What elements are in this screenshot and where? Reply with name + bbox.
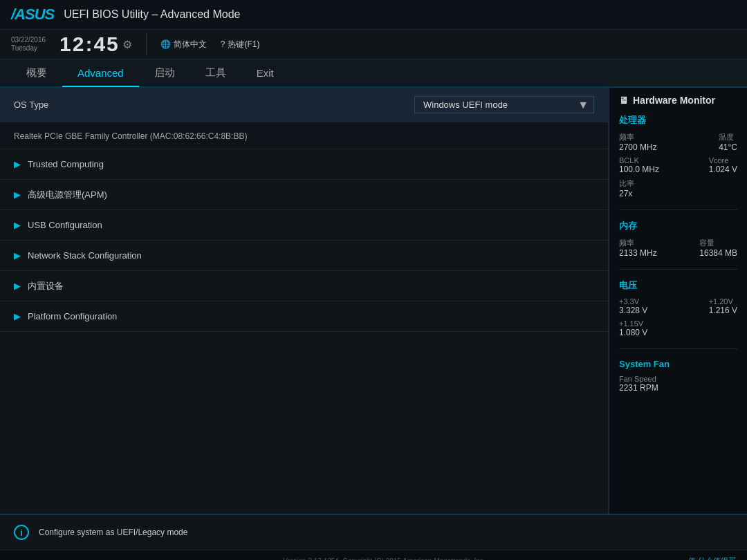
mem-size-value: 16384 MB: [699, 248, 737, 258]
tab-boot[interactable]: 启动: [139, 59, 190, 86]
lang-label: 简体中文: [174, 39, 207, 50]
voltage-section: 电压 +3.3V 3.328 V +1.20V 1.216 V +1.15V 1…: [619, 279, 737, 349]
clock-area: 12:45 ⚙: [59, 32, 132, 56]
fan-row-1: Fan Speed 2231 RPM: [619, 375, 737, 393]
fan-speed-label: Fan Speed: [619, 375, 658, 383]
language-button[interactable]: 🌐 简体中文: [160, 39, 207, 50]
memory-section-title: 内存: [619, 220, 737, 232]
header-title: UEFI BIOS Utility – Advanced Mode: [64, 8, 240, 21]
apm-label: 高级电源管理(APM): [28, 189, 107, 201]
v115-value: 1.080 V: [619, 328, 647, 337]
cpu-freq-value: 2700 MHz: [619, 142, 657, 152]
asus-logo: /ASUS: [11, 6, 54, 24]
cpu-temp-label: 温度: [719, 132, 737, 142]
header: /ASUS UEFI BIOS Utility – Advanced Mode: [0, 0, 747, 30]
v33-label: +3.3V: [619, 297, 647, 306]
expand-arrow-icon: ▶: [14, 189, 21, 200]
tab-overview[interactable]: 概要: [11, 59, 62, 86]
cpu-freq-label: 频率: [619, 132, 657, 142]
usb-config-label: USB Configuration: [28, 220, 102, 230]
gear-icon[interactable]: ⚙: [122, 38, 132, 51]
v33-value: 3.328 V: [619, 306, 647, 315]
ratio-label: 比率: [619, 178, 634, 189]
status-bar: i Configure system as UEFI/Legacy mode: [0, 514, 747, 550]
memory-row-1: 频率 2133 MHz 容量 16384 MB: [619, 238, 737, 258]
expand-arrow-icon: ▶: [14, 159, 21, 169]
expand-arrow-icon: ▶: [14, 250, 21, 261]
os-type-dropdown-wrapper[interactable]: Windows UEFI mode Other OS ▼: [414, 96, 594, 113]
tab-tools[interactable]: 工具: [190, 59, 241, 86]
v12-label: +1.20V: [709, 297, 737, 306]
clock-time: 12:45: [59, 32, 120, 56]
ratio-value: 27x: [619, 189, 634, 198]
usb-config-item[interactable]: ▶ USB Configuration: [0, 210, 608, 241]
separator: [146, 34, 147, 55]
hotkey-label: 热键(F1): [228, 39, 259, 50]
tab-advanced[interactable]: Advanced: [62, 60, 139, 87]
tab-exit[interactable]: Exit: [241, 60, 289, 86]
sidebar-title: 🖥 Hardware Monitor: [619, 95, 737, 106]
main-area: OS Type Windows UEFI mode Other OS ▼ Rea…: [0, 88, 747, 514]
trusted-computing-label: Trusted Computing: [28, 159, 104, 169]
nav-tabs: 概要 Advanced 启动 工具 Exit: [0, 59, 747, 88]
bclk-label: BCLK: [619, 156, 659, 165]
monitor-icon: 🖥: [619, 95, 629, 106]
left-content: OS Type Windows UEFI mode Other OS ▼ Rea…: [0, 88, 609, 514]
os-type-select[interactable]: Windows UEFI mode Other OS: [414, 96, 594, 113]
mac-row: Realtek PCIe GBE Family Controller (MAC:…: [0, 122, 608, 149]
voltage-row-2: +1.15V 1.080 V: [619, 319, 737, 337]
platform-config-label: Platform Configuration: [28, 311, 117, 321]
mac-text: Realtek PCIe GBE Family Controller (MAC:…: [14, 131, 247, 141]
info-icon: i: [14, 525, 29, 540]
globe-icon: 🌐: [160, 39, 171, 49]
mem-size-label: 容量: [699, 238, 737, 248]
platform-config-item[interactable]: ▶ Platform Configuration: [0, 301, 608, 332]
cpu-temp-value: 41°C: [719, 142, 737, 152]
fan-section-title: System Fan: [619, 359, 737, 369]
fan-speed-value: 2231 RPM: [619, 383, 658, 393]
expand-arrow-icon: ▶: [14, 281, 21, 291]
hotkey-bracket-icon: ?: [221, 39, 225, 49]
datetime-bar: 03/22/2016 Tuesday 12:45 ⚙ 🌐 简体中文 ? 热键(F…: [0, 30, 747, 59]
status-text: Configure system as UEFI/Legacy mode: [39, 528, 187, 537]
mem-freq-value: 2133 MHz: [619, 248, 657, 258]
day-label: Tuesday: [11, 44, 46, 53]
cpu-row-3: 比率 27x: [619, 178, 737, 198]
fan-section: System Fan Fan Speed 2231 RPM: [619, 359, 737, 404]
right-sidebar: 🖥 Hardware Monitor 处理器 频率 2700 MHz 温度 41…: [609, 88, 747, 514]
builtin-devices-item[interactable]: ▶ 内置设备: [0, 271, 608, 301]
mem-freq-label: 频率: [619, 238, 657, 248]
footer-version: Version 2.17.1254. Copyright (C) 2015 Am…: [80, 557, 688, 560]
hotkey-button[interactable]: ? 热键(F1): [221, 39, 260, 50]
network-stack-item[interactable]: ▶ Network Stack Configuration: [0, 241, 608, 271]
bclk-value: 100.0 MHz: [619, 165, 659, 174]
cpu-section-title: 处理器: [619, 114, 737, 127]
expand-arrow-icon: ▶: [14, 311, 21, 321]
cpu-row-2: BCLK 100.0 MHz Vcore 1.024 V: [619, 156, 737, 174]
network-stack-label: Network Stack Configuration: [28, 250, 142, 261]
date-display: 03/22/2016 Tuesday: [11, 36, 46, 53]
voltage-section-title: 电压: [619, 279, 737, 292]
memory-section: 内存 频率 2133 MHz 容量 16384 MB: [619, 220, 737, 270]
os-type-label: OS Type: [14, 100, 414, 110]
footer-brand: 值·什么值得买: [688, 556, 736, 560]
v12-value: 1.216 V: [709, 306, 737, 315]
cpu-row-1: 频率 2700 MHz 温度 41°C: [619, 132, 737, 152]
vcore-label: Vcore: [709, 156, 737, 165]
vcore-value: 1.024 V: [709, 165, 737, 174]
cpu-section: 处理器 频率 2700 MHz 温度 41°C BCLK 100.0 MHz V…: [619, 114, 737, 210]
voltage-row-1: +3.3V 3.328 V +1.20V 1.216 V: [619, 297, 737, 315]
footer: Version 2.17.1254. Copyright (C) 2015 Am…: [0, 550, 747, 560]
v115-label: +1.15V: [619, 319, 647, 328]
trusted-computing-item[interactable]: ▶ Trusted Computing: [0, 149, 608, 180]
date-label: 03/22/2016: [11, 36, 46, 44]
builtin-devices-label: 内置设备: [28, 280, 64, 292]
apm-item[interactable]: ▶ 高级电源管理(APM): [0, 180, 608, 210]
expand-arrow-icon: ▶: [14, 220, 21, 230]
os-type-row[interactable]: OS Type Windows UEFI mode Other OS ▼: [0, 88, 608, 122]
os-type-value[interactable]: Windows UEFI mode Other OS ▼: [414, 96, 594, 113]
